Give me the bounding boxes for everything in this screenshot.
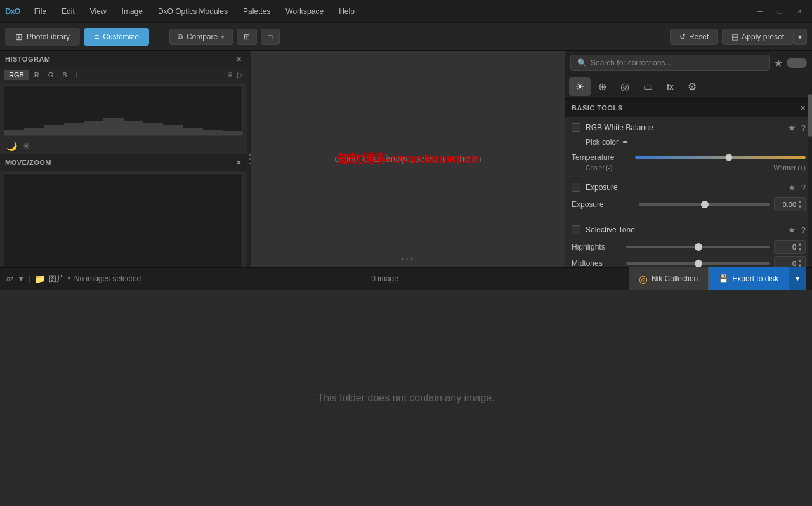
detail-tool-icon[interactable]: ◎ <box>614 77 636 96</box>
hist-bar-3 <box>44 125 64 135</box>
favorites-star-icon[interactable]: ★ <box>774 57 783 69</box>
highlights-thumb[interactable] <box>695 243 702 251</box>
menu-edit[interactable]: Edit <box>55 4 81 18</box>
folder-icon[interactable]: 📁 <box>34 274 45 284</box>
search-toggle-button[interactable] <box>787 58 807 68</box>
hist-bar-4 <box>64 123 84 136</box>
watermark-tool-icon[interactable]: ⚙ <box>681 77 703 96</box>
move-zoom-close-button[interactable]: × <box>236 157 242 168</box>
menu-help[interactable]: Help <box>332 4 361 18</box>
menu-palettes[interactable]: Palettes <box>237 4 277 18</box>
center-area: ection for an image, select it in the im… <box>251 51 565 267</box>
temperature-slider[interactable] <box>635 156 806 159</box>
hist-bar-11 <box>203 130 223 135</box>
histogram-tab-b[interactable]: B <box>58 70 70 80</box>
pick-color-row: Pick color ✒ <box>586 138 806 147</box>
histogram-tab-g[interactable]: G <box>44 70 58 80</box>
selective-tone-star-icon[interactable]: ★ <box>788 225 796 235</box>
basic-tools-close-button[interactable]: × <box>800 103 806 113</box>
white-balance-section: RGB White Balance ★ ? Pick color ✒ Tempe… <box>565 117 812 177</box>
compare-label: Compare <box>187 32 218 41</box>
photo-library-icon: ⊞ <box>15 32 23 42</box>
histogram-tab-r[interactable]: R <box>30 70 43 80</box>
temperature-labels: Cooler (-) Warmer (+) <box>586 164 806 171</box>
temperature-thumb[interactable] <box>725 154 733 161</box>
color-tool-icon[interactable]: ⊕ <box>592 77 613 96</box>
highlights-value-input[interactable]: 0 ▲ ▼ <box>774 240 806 254</box>
highlights-down-button[interactable]: ▼ <box>797 247 802 252</box>
exposure-spinner[interactable]: ▲ ▼ <box>797 199 802 210</box>
midtones-down-button[interactable]: ▼ <box>797 263 802 267</box>
image-count-text: 0 image <box>146 274 624 283</box>
white-balance-checkbox[interactable] <box>572 123 580 132</box>
white-balance-star-icon[interactable]: ★ <box>788 123 796 133</box>
light-tool-icon[interactable]: ☀ <box>569 77 591 96</box>
selective-tone-checkbox[interactable] <box>572 225 580 234</box>
export-to-disk-button[interactable]: 💾 Export to disk <box>709 267 789 290</box>
geometry-tool-icon[interactable]: ▭ <box>637 77 659 96</box>
hist-bar-2 <box>24 128 44 135</box>
compare-button[interactable]: ⧉ Compare ▾ <box>169 29 233 45</box>
exposure-checkbox[interactable] <box>572 183 580 192</box>
move-zoom-title: MOVE/ZOOM <box>5 159 51 166</box>
apply-preset-dropdown-button[interactable]: ▾ <box>794 29 807 45</box>
exposure-slider-label: Exposure <box>572 200 635 209</box>
single-view-button[interactable]: □ <box>261 29 279 45</box>
histogram-tab-l[interactable]: L <box>72 70 84 80</box>
basic-tools-title: BASIC TOOLS <box>572 104 622 112</box>
sort-az-icon[interactable]: az <box>6 275 14 283</box>
filter-icon[interactable]: ▼ <box>18 275 25 283</box>
menu-optics[interactable]: DxO Optics Modules <box>152 4 234 18</box>
histogram-arrow-icon[interactable]: ▷ <box>237 70 243 79</box>
exposure-help-icon[interactable]: ? <box>801 183 806 192</box>
search-input-container[interactable]: 🔍 Search for corrections... <box>570 55 770 71</box>
white-balance-help-icon[interactable]: ? <box>801 123 806 133</box>
menu-workspace[interactable]: Workspace <box>279 4 330 18</box>
menu-file[interactable]: File <box>28 4 53 18</box>
histogram-tab-rgb[interactable]: RGB <box>4 70 29 80</box>
nik-collection-button[interactable]: ◎ Nik Collection <box>629 267 709 290</box>
reset-button[interactable]: ↺ Reset <box>670 29 718 45</box>
apply-preset-button[interactable]: ▤ Apply preset <box>722 29 794 45</box>
search-bar: 🔍 Search for corrections... ★ <box>565 51 812 75</box>
right-scrollbar-thumb[interactable] <box>808 94 812 137</box>
menu-view[interactable]: View <box>84 4 113 18</box>
hist-bar-8 <box>143 123 163 136</box>
exposure-down-button[interactable]: ▼ <box>797 204 802 210</box>
exposure-value-input[interactable]: 0.00 ▲ ▼ <box>774 197 806 211</box>
customize-tab[interactable]: ≡ Customize <box>84 28 149 46</box>
split-view-button[interactable]: ⊞ <box>237 29 257 45</box>
app-logo: DxO <box>5 6 20 16</box>
temperature-label: Temperature <box>572 153 635 162</box>
minimize-button[interactable]: ─ <box>752 4 768 18</box>
midtones-spinner[interactable]: ▲ ▼ <box>797 258 802 267</box>
basic-tools-panel: BASIC TOOLS × RGB White Balance ★ ? Pick… <box>565 99 812 267</box>
midtones-value-input[interactable]: 0 ▲ ▼ <box>774 256 806 267</box>
midtones-slider[interactable] <box>626 262 770 265</box>
histogram-close-button[interactable]: × <box>236 54 242 64</box>
no-image-message: This folder does not contain any image. <box>317 392 494 404</box>
exposure-star-icon[interactable]: ★ <box>788 182 796 192</box>
more-options-dots[interactable]: ... <box>401 251 415 262</box>
menubar: DxO File Edit View Image DxO Optics Modu… <box>0 0 812 23</box>
maximize-button[interactable]: □ <box>773 4 787 18</box>
compare-dropdown-icon: ▾ <box>221 32 225 41</box>
right-scrollbar[interactable] <box>808 51 812 267</box>
close-button[interactable]: × <box>792 4 807 18</box>
histogram-monitor-icon[interactable]: 🖥 <box>226 70 233 79</box>
status-right: ◎ Nik Collection 💾 Export to disk ▾ <box>629 267 806 290</box>
highlights-slider[interactable] <box>626 246 770 248</box>
export-dropdown-button[interactable]: ▾ <box>789 267 806 290</box>
toolbar: ⊞ PhotoLibrary ≡ Customize ⧉ Compare ▾ ⊞… <box>0 23 812 51</box>
menu-image[interactable]: Image <box>115 4 149 18</box>
exposure-thumb[interactable] <box>701 201 709 208</box>
highlights-spinner[interactable]: ▲ ▼ <box>797 242 802 252</box>
selective-tone-help-icon[interactable]: ? <box>801 225 806 235</box>
fx-tool-icon[interactable]: fx <box>660 79 680 95</box>
exposure-slider[interactable] <box>639 203 770 206</box>
photo-library-tab[interactable]: ⊞ PhotoLibrary <box>5 28 80 46</box>
eyedropper-icon[interactable]: ✒ <box>622 138 629 147</box>
left-panel: HISTOGRAM × RGB R G B L 🖥 ▷ <box>0 51 247 267</box>
resize-dots <box>249 154 251 164</box>
midtones-thumb[interactable] <box>695 260 702 267</box>
